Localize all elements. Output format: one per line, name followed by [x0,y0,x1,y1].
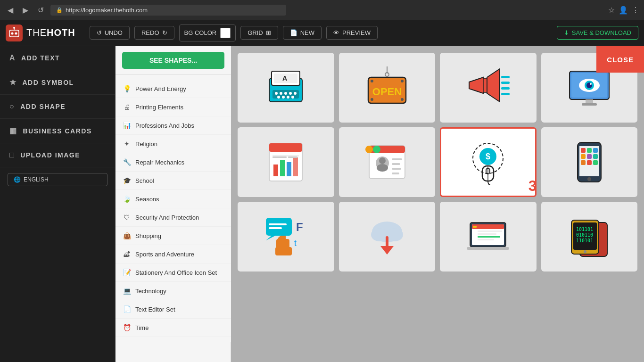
smartphone-svg [566,139,613,186]
undo-button[interactable]: ↺ UNDO [90,26,130,40]
icon-card-smartphone[interactable] [541,127,638,197]
browser-bar: ◀ ▶ ↺ 🔒 https://logomaker.thehoth.com ☆ … [0,0,644,20]
icon-card-cloud-download[interactable] [339,202,436,272]
icon-card-profile-card[interactable] [339,127,436,197]
svg-rect-29 [483,78,487,92]
profile-icon[interactable]: 👤 [619,6,628,15]
close-button[interactable]: CLOSE [596,46,644,73]
icon-card-social-media[interactable]: F t [238,202,334,272]
category-item-stationery[interactable]: 📝 Stationery And Office Icon Set [116,263,231,282]
see-shapes-button[interactable]: SEE SHAPES... [122,52,224,69]
icons-area: CLOSE A [231,46,644,362]
printing-icon: 🖨 [123,103,131,111]
svg-rect-72 [581,148,586,153]
svg-point-11 [275,92,278,95]
category-item-professions[interactable]: 📊 Professions And Jobs [116,116,231,135]
svg-rect-62 [392,168,401,170]
svg-rect-45 [269,143,302,152]
category-item-security[interactable]: 🛡 Security And Protection [116,208,231,227]
svg-text:OPEN: OPEN [372,86,402,98]
category-item-seasons[interactable]: 🍃 Seasons [116,190,231,208]
redo-button[interactable]: REDO ↻ [134,26,174,40]
text-icon: A [9,54,16,62]
svg-point-55 [365,146,373,153]
svg-point-26 [371,98,373,101]
icon-card-megaphone[interactable] [440,53,537,123]
svg-text:t: t [294,239,297,248]
sidebar-item-business-cards[interactable]: ▦ BUSINESS CARDS [0,119,115,143]
category-item-text-editor[interactable]: 📄 Text Editor Set [116,300,231,319]
save-download-button[interactable]: ⬇ SAVE & DOWNLOAD [557,26,638,40]
category-item-religion[interactable]: ✦ Religion [116,135,231,153]
svg-point-13 [284,92,287,95]
svg-rect-60 [392,158,402,160]
menu-icon[interactable]: ⋮ [632,6,639,15]
svg-rect-100 [478,233,496,235]
category-list: 💡 Power And Energy 🖨 Printing Elements 📊… [116,75,231,342]
category-item-sports[interactable]: 🏕 Sports and Adventure [116,245,231,263]
svg-rect-47 [273,165,278,176]
sidebar-item-upload-image[interactable]: □ UPLOAD IMAGE [0,143,115,167]
svg-point-110 [584,250,586,253]
svg-text:101101: 101101 [576,227,593,232]
svg-point-81 [587,177,591,181]
school-icon: 🎓 [123,177,131,184]
svg-rect-42 [586,99,593,103]
icon-card-laptop[interactable] [440,202,537,272]
bg-color-button[interactable]: BG COLOR [179,25,236,41]
svg-rect-63 [392,173,399,174]
icon-card-binary-tablet[interactable]: 101101 010110 110101 [541,202,638,272]
category-item-technology[interactable]: 💻 Technology [116,282,231,300]
svg-point-91 [371,228,388,241]
sidebar-item-add-text[interactable]: A ADD TEXT [0,46,115,70]
sidebar-item-add-shape[interactable]: ○ ADD SHAPE [0,95,115,119]
svg-rect-50 [293,157,298,176]
svg-rect-48 [280,160,285,176]
sidebar: A ADD TEXT ★ ADD SYMBOL ○ ADD SHAPE ▦ BU… [0,46,116,362]
logo-the: THE [26,27,47,38]
icon-card-open-sign[interactable]: OPEN [339,53,436,123]
category-item-repair[interactable]: 🔧 Repair Mechanics [116,153,231,172]
power-icon: 💡 [123,85,131,92]
shape-icon: ○ [9,102,15,111]
svg-rect-84 [269,223,287,225]
preview-button[interactable]: 👁 PREVIEW [326,26,378,40]
preview-icon: 👁 [333,29,339,36]
svg-point-56 [373,146,380,153]
nav-back-button[interactable]: ◀ [5,4,16,16]
svg-rect-75 [581,154,586,159]
svg-point-59 [377,164,388,172]
color-swatch [220,28,231,38]
nav-forward-button[interactable]: ▶ [20,4,31,16]
svg-marker-94 [380,246,394,255]
new-button[interactable]: 📄 NEW [283,26,322,40]
category-item-school[interactable]: 🎓 School [116,172,231,190]
text-editor-icon: 📄 [123,305,131,313]
binary-tablet-svg: 101101 010110 110101 [566,213,613,260]
category-item-power[interactable]: 💡 Power And Energy [116,80,231,98]
left-panel: SEE SHAPES... 💡 Power And Energy 🖨 Print… [116,46,231,362]
svg-text:010110: 010110 [576,232,593,238]
url-bar[interactable]: 🔒 https://logomaker.thehoth.com [50,5,286,16]
svg-rect-89 [275,247,292,255]
svg-rect-78 [581,160,586,165]
category-item-printing[interactable]: 🖨 Printing Elements [116,98,231,116]
sidebar-item-add-symbol[interactable]: ★ ADD SYMBOL [0,70,115,95]
svg-rect-49 [287,162,291,176]
category-item-shopping[interactable]: 👜 Shopping [116,227,231,245]
content-area: SEE SHAPES... 💡 Power And Energy 🖨 Print… [116,46,644,362]
logo-icon [6,25,23,41]
svg-point-19 [291,96,294,99]
language-button[interactable]: 🌐 ENGLISH [8,173,107,186]
bookmark-icon[interactable]: ☆ [608,6,615,15]
typewriter-svg: A [262,64,309,111]
icon-card-money-mouse[interactable]: $ 3 [440,127,537,197]
open-sign-svg: OPEN [363,64,411,111]
svg-rect-43 [582,103,597,106]
icon-card-typewriter[interactable]: A [238,53,334,123]
grid-button[interactable]: GRID ⊞ [240,26,278,40]
save-icon: ⬇ [564,29,569,36]
refresh-button[interactable]: ↺ [35,4,47,16]
icon-card-bar-chart[interactable] [238,127,334,197]
category-item-time[interactable]: ⏰ Time [116,319,231,337]
